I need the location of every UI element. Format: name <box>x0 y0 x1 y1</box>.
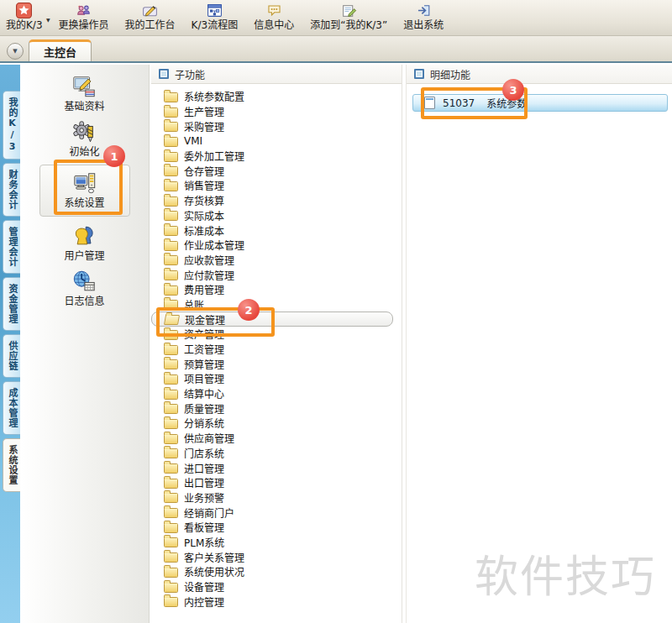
chevron-down-icon: ▼ <box>13 48 17 55</box>
sub-function-item[interactable]: 实际成本 <box>151 208 402 223</box>
tab-main-console[interactable]: 主控台 <box>29 39 92 61</box>
sub-function-item[interactable]: 出口管理 <box>151 475 402 490</box>
sub-function-item[interactable]: 应收款管理 <box>151 253 402 268</box>
nav-item-label: 初始化 <box>69 146 99 158</box>
sub-function-item[interactable]: 内控管理 <box>151 594 402 609</box>
sub-function-item-label: VMI <box>184 135 202 147</box>
sub-function-item[interactable]: 门店系统 <box>151 446 402 461</box>
sub-function-item[interactable]: 仓存管理 <box>151 163 402 178</box>
sub-function-item-label: 总账 <box>184 297 204 312</box>
sub-function-item[interactable]: 进口管理 <box>151 460 402 475</box>
folder-icon <box>164 122 178 132</box>
folder-icon <box>164 463 178 474</box>
sub-function-item[interactable]: 销售管理 <box>151 178 402 193</box>
sub-function-item[interactable]: 预算管理 <box>151 356 402 371</box>
detail-function-item-system-params[interactable]: 51037 系统参数 <box>412 94 668 112</box>
user-management-icon <box>71 223 97 249</box>
module-tab[interactable]: 资金管理 <box>3 277 20 331</box>
sub-function-item[interactable]: 生产管理 <box>151 104 402 119</box>
sub-function-item[interactable]: 供应商管理 <box>151 431 402 446</box>
sub-function-item-label: 出口管理 <box>184 475 224 490</box>
tab-list-dropdown-button[interactable]: ▼ <box>7 43 24 60</box>
system-settings-icon <box>72 170 97 196</box>
toolbar-button-add-to-my-k3[interactable]: 添加到“我的K/3” <box>308 3 389 32</box>
sub-function-item-label: 预算管理 <box>184 357 224 371</box>
sub-function-item[interactable]: VMI <box>151 134 402 149</box>
detail-function-panel: 明细功能 51037 系统参数 <box>406 65 672 623</box>
panel-square-icon <box>159 69 169 79</box>
sub-function-item[interactable]: 结算中心 <box>151 386 402 401</box>
nav-item-label: 日志信息 <box>64 296 104 307</box>
toolbar-button-flowchart[interactable]: K/3流程图 <box>190 3 240 32</box>
sub-function-item-label: 内控管理 <box>184 594 224 609</box>
module-tab[interactable]: 供应链 <box>3 334 20 378</box>
toolbar-button-exit[interactable]: 退出系统 <box>402 3 445 32</box>
sub-function-item-label: 项目管理 <box>184 371 224 385</box>
sub-function-item[interactable]: 标准成本 <box>151 222 402 238</box>
folder-icon <box>164 374 178 385</box>
sub-function-title: 子功能 <box>175 67 205 81</box>
module-tab-label: 供应链 <box>5 341 18 371</box>
folder-icon <box>164 211 178 221</box>
sub-function-item-label: 进口管理 <box>184 461 224 475</box>
sub-function-item[interactable]: 作业成本管理 <box>151 238 402 253</box>
sub-function-item[interactable]: 业务预警 <box>151 490 402 505</box>
folder-icon <box>164 152 178 162</box>
folder-icon <box>164 166 178 176</box>
folder-icon <box>164 508 178 518</box>
sub-function-item[interactable]: 费用管理 <box>151 282 402 297</box>
nav-item-initialization[interactable]: 初始化 <box>69 119 99 158</box>
module-tab[interactable]: 成本管理 <box>3 381 20 435</box>
sub-function-item[interactable]: 客户关系管理 <box>151 549 402 564</box>
folder-icon <box>164 270 178 280</box>
sub-function-item[interactable]: 质量管理 <box>151 400 402 416</box>
module-tab[interactable]: 我的K/3 <box>3 91 20 160</box>
sub-function-item[interactable]: 分销系统 <box>151 416 402 431</box>
sub-function-header: 子功能 <box>151 65 402 84</box>
folder-icon <box>164 597 178 607</box>
sub-function-item[interactable]: 工资管理 <box>151 342 402 357</box>
folder-icon <box>164 226 178 236</box>
sub-function-item[interactable]: 总账 <box>151 297 402 312</box>
sub-function-item[interactable]: 系统参数配置 <box>151 89 402 104</box>
folder-icon <box>164 419 178 429</box>
nav-item-label: 基础资料 <box>64 101 104 113</box>
nav-item-label: 用户管理 <box>64 250 104 262</box>
sub-function-item[interactable]: 看板管理 <box>151 520 402 535</box>
toolbar-button-workbench[interactable]: 我的工作台 <box>123 3 177 32</box>
sub-function-item[interactable]: 项目管理 <box>151 371 402 386</box>
sub-function-item[interactable]: 应付款管理 <box>151 267 402 282</box>
sub-function-item[interactable]: 现金管理 <box>151 312 393 327</box>
sub-function-item-label: 分销系统 <box>184 416 224 430</box>
sub-function-item-label: 质量管理 <box>184 401 224 416</box>
nav-item-system-settings[interactable]: 系统设置 <box>39 165 130 217</box>
toolbar-button-change-operator[interactable]: 更换操作员 <box>57 3 111 32</box>
change-operator-icon <box>76 3 92 18</box>
sub-function-item[interactable]: PLM系统 <box>151 535 402 550</box>
sub-function-item[interactable]: 采购管理 <box>151 118 402 134</box>
detail-item-code: 51037 <box>443 97 475 109</box>
sub-function-item[interactable]: 系统使用状况 <box>151 564 402 579</box>
folder-icon <box>164 137 178 147</box>
module-tab[interactable]: 管理会计 <box>3 220 20 274</box>
sub-function-item[interactable]: 委外加工管理 <box>151 149 402 164</box>
sub-function-item-label: 系统使用状况 <box>184 564 244 578</box>
sub-function-item[interactable]: 设备管理 <box>151 579 402 594</box>
toolbar-button-info-center[interactable]: 信息中心 <box>252 3 296 32</box>
nav-item-label: 系统设置 <box>64 197 104 209</box>
folder-icon <box>164 552 178 563</box>
toolbar-button-label: 添加到“我的K/3” <box>310 19 387 32</box>
toolbar-button-my-k3[interactable]: ▼ 我的K/3 <box>4 3 45 32</box>
nav-item-basic-data[interactable]: 基础资料 <box>64 74 104 113</box>
sub-function-item[interactable]: 经销商门户 <box>151 505 402 520</box>
folder-icon <box>164 434 178 444</box>
module-tab[interactable]: 财务会计 <box>3 163 20 217</box>
chevron-down-icon: ▼ <box>46 13 50 26</box>
nav-item-user-management[interactable]: 用户管理 <box>64 223 104 262</box>
nav-item-log-info[interactable]: 日志信息 <box>64 269 104 307</box>
sub-function-item-label: 采购管理 <box>184 119 224 134</box>
module-tab[interactable]: 系统设置 <box>3 438 20 492</box>
sub-function-item[interactable]: 资产管理 <box>151 327 402 342</box>
sub-function-item-label: 标准成本 <box>184 223 224 238</box>
sub-function-item[interactable]: 存货核算 <box>151 193 402 208</box>
